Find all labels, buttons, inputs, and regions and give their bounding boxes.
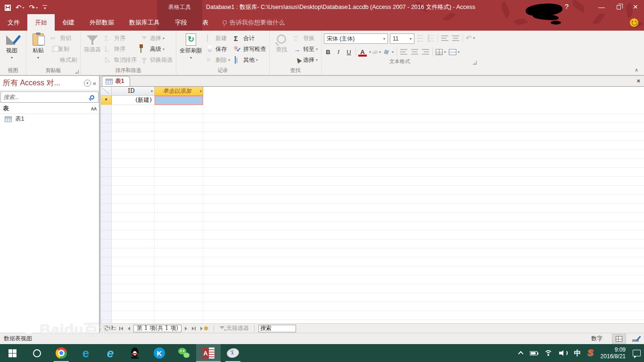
taskbar-kugou[interactable]: K (147, 344, 172, 362)
sort-descending-button[interactable]: ZA↓降序 (103, 44, 139, 55)
redo-button[interactable]: ▾ (29, 3, 38, 12)
taskbar-qq[interactable] (123, 344, 147, 362)
underline-button[interactable]: U (344, 47, 354, 57)
totals-button[interactable]: 合计 (232, 33, 268, 44)
tray-wifi[interactable] (541, 344, 556, 362)
remove-sort-button[interactable]: AZ✎取消排序 (103, 55, 139, 66)
datasheet-empty-area[interactable] (101, 105, 644, 323)
new-blank-record-button[interactable]: ✱ (199, 325, 210, 332)
align-left-button[interactable] (398, 47, 409, 57)
numbering-button[interactable]: 1—2—3— (426, 33, 436, 43)
help-button[interactable]: ? (565, 2, 569, 10)
search-icon[interactable] (90, 95, 94, 99)
tray-show-hidden-icons[interactable] (516, 344, 527, 362)
bullets-button[interactable]: •—•—•— (415, 33, 426, 43)
select-button[interactable]: 选择▾ (292, 55, 320, 66)
spelling-button[interactable]: 拼写检查 (232, 44, 268, 55)
cell-id-new[interactable]: (新建) (112, 96, 155, 105)
increase-indent-button[interactable] (439, 33, 450, 43)
sort-ascending-button[interactable]: AZ↓升序 (103, 33, 139, 44)
cut-button[interactable]: 剪切 (49, 33, 79, 44)
font-name-combo[interactable]: 宋体 (主体)▾ (324, 33, 388, 44)
last-record-button[interactable] (190, 327, 197, 330)
record-position-box[interactable]: 第 1 项(共 1 项) (133, 325, 182, 332)
select-all-corner[interactable] (101, 87, 112, 96)
collapse-group-icon[interactable]: ∧∧ (91, 106, 96, 112)
bold-button[interactable]: B (323, 47, 333, 57)
row-selector[interactable]: * (101, 96, 112, 105)
background-color-button[interactable]: ▾ (382, 47, 395, 57)
minimize-button[interactable]: — (593, 0, 610, 14)
find-button[interactable]: 查找 (271, 32, 292, 54)
record-search-box[interactable]: 搜索 (258, 325, 296, 332)
tab-table[interactable]: 表 (195, 14, 216, 31)
restore-button[interactable] (610, 0, 627, 14)
column-dropdown-icon[interactable]: ▾ (151, 89, 153, 93)
collapse-ribbon-button[interactable]: ∧ (635, 67, 638, 73)
tab-external-data[interactable]: 外部数据 (82, 14, 122, 31)
undo-button[interactable]: ▾ (16, 3, 25, 12)
goto-button[interactable]: 转至▾ (292, 44, 320, 55)
cortana-search-button[interactable] (25, 344, 49, 362)
tab-file[interactable]: 文件 (0, 14, 27, 31)
action-center-button[interactable] (629, 344, 644, 362)
advanced-filter-button[interactable]: 高级▾ (139, 44, 174, 55)
new-record-button[interactable]: 新建 (204, 33, 232, 44)
refresh-all-button[interactable]: 全部刷新 ▾ (178, 32, 204, 60)
align-center-button[interactable] (409, 47, 420, 57)
italic-button[interactable]: I (333, 47, 344, 57)
taskbar-wechat[interactable] (172, 344, 196, 362)
delete-record-button[interactable]: 删除▾ (204, 55, 232, 66)
tray-ime-indicator[interactable]: 中 (571, 344, 585, 362)
column-dropdown-icon[interactable]: ▾ (199, 89, 201, 93)
taskbar-internet-explorer[interactable]: e (98, 344, 123, 362)
nav-group-tables[interactable]: 表 ∧∧ (0, 104, 99, 114)
nav-menu-dropdown-icon[interactable]: ▾ (84, 80, 91, 87)
font-color-button[interactable]: A (357, 47, 368, 57)
tab-database-tools[interactable]: 数据库工具 (122, 14, 167, 31)
filter-button[interactable]: 筛选器 (82, 32, 103, 54)
nav-search-input[interactable] (1, 94, 90, 100)
active-cell[interactable] (155, 96, 203, 105)
save-record-button[interactable]: 保存 (204, 44, 232, 55)
decrease-indent-button[interactable] (450, 33, 461, 43)
next-record-button[interactable] (183, 327, 189, 330)
feedback-smiley-button[interactable] (630, 18, 638, 27)
text-formatting-dialog-launcher[interactable] (473, 61, 477, 65)
close-button[interactable]: × (627, 0, 644, 14)
view-button[interactable]: 视图 ▾ (1, 32, 22, 60)
replace-button[interactable]: abac替换 (292, 33, 320, 44)
toggle-filter-button[interactable]: 切换筛选 (139, 55, 174, 66)
save-button[interactable] (5, 5, 11, 11)
first-record-button[interactable] (118, 327, 124, 330)
font-size-combo[interactable]: 11▾ (390, 33, 414, 44)
text-direction-button[interactable]: ▾ (464, 33, 477, 43)
taskbar-edge[interactable]: e (74, 344, 98, 362)
gridlines-button[interactable]: ▾ (434, 47, 447, 57)
column-header-id[interactable]: ID ▾ (112, 87, 155, 96)
copy-button[interactable]: 复制 (49, 44, 79, 55)
taskbar-access-active[interactable]: A (196, 344, 221, 362)
selection-filter-button[interactable]: 选择▾ (139, 33, 174, 44)
start-button[interactable] (0, 344, 25, 362)
datasheet-view-button[interactable] (612, 334, 626, 344)
tab-create[interactable]: 创建 (55, 14, 82, 31)
more-button[interactable]: 其他▾ (232, 55, 268, 66)
taskbar-chrome[interactable] (49, 344, 74, 362)
clipboard-dialog-launcher[interactable] (75, 70, 79, 74)
tray-battery[interactable] (527, 344, 541, 362)
column-header-click-to-add[interactable]: 单击以添加 ▾ (155, 87, 203, 96)
close-document-icon[interactable]: × (636, 77, 640, 84)
customize-qat-button[interactable]: ▾ (42, 5, 47, 10)
taskbar-snipping-tool[interactable] (221, 344, 245, 362)
nav-shutter-close-icon[interactable]: « (93, 80, 96, 87)
previous-record-button[interactable] (126, 327, 132, 330)
design-view-button[interactable] (629, 334, 643, 344)
filter-indicator[interactable]: 无筛选器 (218, 324, 250, 332)
tab-fields[interactable]: 字段 (167, 14, 195, 31)
tab-home[interactable]: 开始 (27, 14, 55, 31)
taskbar-clock[interactable]: 9:092016/8/21 (597, 344, 629, 362)
alternate-row-color-button[interactable]: ▾ (447, 47, 461, 57)
highlight-color-button[interactable]: ab▾ (371, 47, 382, 57)
format-painter-button[interactable]: 格式刷 (49, 55, 79, 66)
